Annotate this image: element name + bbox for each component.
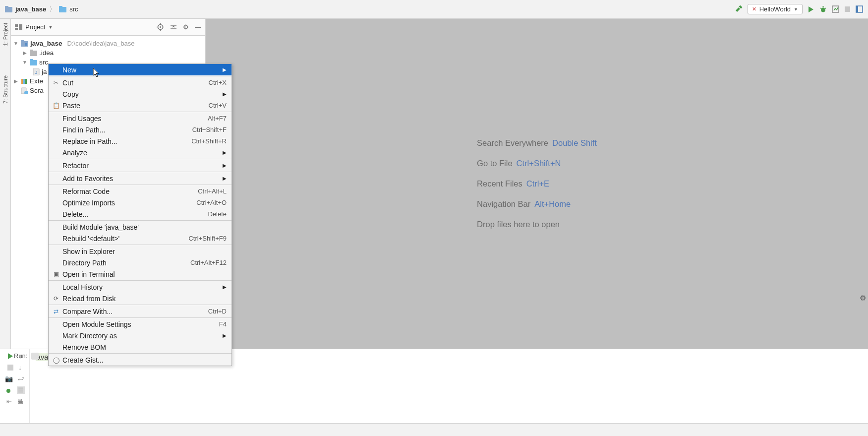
layout-icon[interactable] bbox=[856, 5, 863, 13]
structure-tab[interactable]: 7: Structure bbox=[2, 75, 8, 104]
tree-label: Scra bbox=[30, 87, 44, 94]
menu-separator bbox=[49, 245, 231, 245]
project-tab[interactable]: 1: Project bbox=[2, 23, 8, 46]
menu-label: New bbox=[62, 66, 219, 74]
project-panel-header: Project ▼ ⚙ — bbox=[11, 19, 205, 36]
menu-refactor[interactable]: Refactor▶ bbox=[49, 160, 231, 171]
toolbar-right: ✕ HelloWorld ▼ bbox=[735, 4, 863, 14]
menu-reformat[interactable]: Reformat CodeCtrl+Alt+L bbox=[49, 186, 231, 197]
chevron-down-icon: ▼ bbox=[22, 60, 28, 65]
menu-add-favorites[interactable]: Add to Favorites▶ bbox=[49, 173, 231, 184]
stop-icon[interactable] bbox=[844, 6, 851, 12]
coverage-icon[interactable] bbox=[832, 5, 839, 13]
editor-empty-area[interactable]: Search EverywhereDouble Shift Go to File… bbox=[206, 19, 868, 349]
svg-point-17 bbox=[160, 26, 161, 28]
menu-reload-disk[interactable]: ⟳Reload from Disk bbox=[49, 293, 231, 304]
menu-shortcut: Ctrl+V bbox=[209, 102, 227, 109]
tree-root-module[interactable]: ▼ java_base D:\code\idea\java_base bbox=[13, 39, 203, 48]
chevron-right-icon: ▶ bbox=[223, 176, 227, 181]
scratches-icon bbox=[21, 87, 28, 94]
svg-point-5 bbox=[821, 8, 825, 12]
menu-label: Analyze bbox=[62, 149, 219, 157]
wrap-icon[interactable]: ⮐ bbox=[18, 375, 24, 382]
menu-directory-path[interactable]: Directory PathCtrl+Alt+F12 bbox=[49, 257, 231, 268]
tree-idea-folder[interactable]: ▶ .idea bbox=[13, 48, 203, 58]
menu-separator bbox=[49, 220, 231, 221]
svg-text:J: J bbox=[35, 70, 38, 75]
hammer-icon[interactable] bbox=[735, 5, 743, 13]
print-icon[interactable]: 🖶 bbox=[17, 398, 23, 405]
menu-label: Open in Terminal bbox=[62, 270, 227, 278]
chevron-right-icon: ▶ bbox=[223, 91, 227, 97]
menu-label: Compare With... bbox=[62, 308, 208, 315]
svg-rect-12 bbox=[856, 6, 858, 12]
debug-icon[interactable] bbox=[819, 5, 827, 13]
left-gutter: 1: Project 7: Structure bbox=[0, 19, 11, 349]
run-config-selector[interactable]: ✕ HelloWorld ▼ bbox=[748, 4, 803, 14]
tree-label: Exte bbox=[30, 77, 43, 85]
run-icon[interactable] bbox=[808, 6, 814, 13]
menu-compare-with[interactable]: ⇄Compare With...Ctrl+D bbox=[49, 306, 231, 317]
project-view-icon bbox=[15, 24, 22, 31]
menu-local-history[interactable]: Local History▶ bbox=[49, 281, 231, 293]
tip-shortcut: Ctrl+Shift+N bbox=[517, 159, 561, 168]
menu-replace-in-path[interactable]: Replace in Path...Ctrl+Shift+R bbox=[49, 135, 231, 147]
menu-separator bbox=[49, 317, 231, 318]
svg-rect-3 bbox=[59, 6, 62, 8]
menu-analyze[interactable]: Analyze▶ bbox=[49, 147, 231, 158]
locate-icon[interactable] bbox=[157, 23, 164, 31]
menu-find-in-path[interactable]: Find in Path...Ctrl+Shift+F bbox=[49, 124, 231, 135]
menu-mark-directory[interactable]: Mark Directory as▶ bbox=[49, 330, 231, 341]
menu-shortcut: Ctrl+Shift+F9 bbox=[188, 235, 227, 242]
menu-label: Find in Path... bbox=[62, 126, 192, 134]
scroll-icon[interactable]: ☰ bbox=[17, 386, 25, 394]
svg-rect-26 bbox=[25, 43, 27, 46]
menu-label: Local History bbox=[62, 283, 219, 291]
svg-rect-38 bbox=[31, 353, 39, 360]
hide-icon[interactable]: — bbox=[195, 23, 201, 31]
run-toolbar: ↑ ↓ 📷 ⮐ ☰ ⇤ 🖶 bbox=[0, 349, 30, 423]
menu-new[interactable]: New ▶ bbox=[49, 64, 231, 75]
project-panel-title[interactable]: Project bbox=[25, 23, 45, 31]
run-tool-header[interactable]: Run: bbox=[14, 352, 39, 360]
libraries-icon bbox=[21, 78, 28, 85]
collapse-icon[interactable] bbox=[170, 23, 177, 31]
menu-separator bbox=[49, 76, 231, 76]
menu-copy[interactable]: Copy▶ bbox=[49, 88, 231, 100]
menu-label: Cut bbox=[62, 79, 209, 87]
menu-cut[interactable]: ✂CutCtrl+X bbox=[49, 77, 231, 88]
menu-build-module[interactable]: Build Module 'java_base' bbox=[49, 221, 231, 233]
menu-optimize-imports[interactable]: Optimize ImportsCtrl+Alt+O bbox=[49, 197, 231, 208]
menu-label: Reformat Code bbox=[62, 187, 198, 195]
folder-icon bbox=[5, 6, 12, 12]
menu-show-explorer[interactable]: Show in Explorer bbox=[49, 246, 231, 257]
menu-paste[interactable]: 📋PasteCtrl+V bbox=[49, 100, 231, 111]
camera-icon[interactable]: 📷 bbox=[5, 375, 13, 382]
status-bar bbox=[0, 423, 868, 436]
menu-delete[interactable]: Delete...Delete bbox=[49, 208, 231, 220]
chevron-right-icon: ▶ bbox=[223, 150, 227, 155]
menu-separator bbox=[49, 112, 231, 112]
menu-find-usages[interactable]: Find UsagesAlt+F7 bbox=[49, 113, 231, 124]
breadcrumb-root[interactable]: java_base bbox=[15, 5, 46, 13]
exit-icon[interactable]: ⇤ bbox=[6, 398, 12, 405]
menu-open-terminal[interactable]: ▣Open in Terminal bbox=[49, 268, 231, 280]
debug-icon[interactable] bbox=[5, 386, 12, 394]
reload-icon: ⟳ bbox=[52, 295, 60, 302]
down-icon[interactable]: ↓ bbox=[18, 364, 22, 371]
chevron-down-icon[interactable]: ▼ bbox=[48, 25, 53, 30]
menu-shortcut: Ctrl+Shift+F bbox=[192, 126, 227, 133]
gear-icon[interactable]: ⚙ bbox=[860, 294, 866, 303]
menu-create-gist[interactable]: ◯Create Gist... bbox=[49, 354, 231, 366]
tip-label: Navigation Bar bbox=[477, 199, 530, 209]
menu-rebuild[interactable]: Rebuild '<default>'Ctrl+Shift+F9 bbox=[49, 233, 231, 244]
tip-label: Search Everywhere bbox=[477, 138, 548, 148]
menu-remove-bom[interactable]: Remove BOM bbox=[49, 341, 231, 353]
gear-icon[interactable]: ⚙ bbox=[183, 23, 189, 31]
rerun-icon[interactable] bbox=[7, 352, 14, 360]
menu-open-module-settings[interactable]: Open Module SettingsF4 bbox=[49, 318, 231, 330]
breadcrumb[interactable]: java_base 〉 src bbox=[5, 5, 78, 14]
stop-icon[interactable] bbox=[7, 364, 13, 371]
menu-shortcut: Ctrl+D bbox=[208, 308, 227, 315]
breadcrumb-child[interactable]: src bbox=[69, 5, 78, 13]
